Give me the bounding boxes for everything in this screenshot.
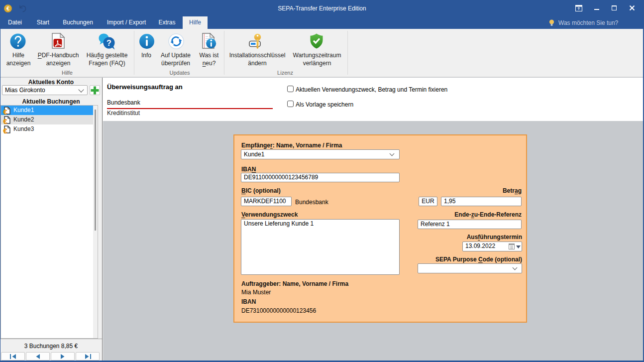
svg-text:?: ? [107, 39, 111, 47]
svg-text:€: € [3, 127, 7, 135]
